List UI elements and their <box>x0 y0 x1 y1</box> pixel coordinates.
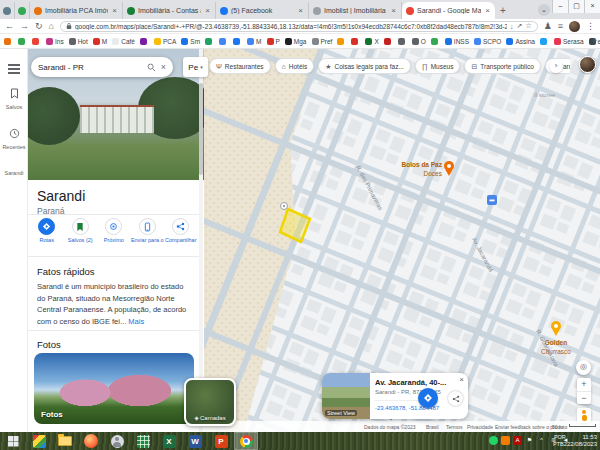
bookmark-item[interactable] <box>4 38 13 45</box>
bookmark-item[interactable] <box>18 38 27 45</box>
bookmark-item[interactable] <box>205 38 214 45</box>
partial-search-chip[interactable]: Pe▾ <box>183 57 208 77</box>
account-avatar[interactable] <box>579 56 596 73</box>
bookmark-item[interactable] <box>219 38 228 45</box>
download-icon[interactable]: ↓ <box>510 23 514 30</box>
footer-link-termos[interactable]: Termos <box>446 424 462 430</box>
pinned-tab-2[interactable] <box>15 2 30 19</box>
rail-item-sarandi[interactable]: Sarandi <box>0 169 28 176</box>
flag-tray-icon[interactable]: ⚑ <box>525 436 534 445</box>
tray-app-icon[interactable] <box>501 436 510 445</box>
search-icon[interactable] <box>147 63 156 72</box>
chip-transporte[interactable]: ⊟Transporte público <box>464 58 540 74</box>
home-icon[interactable]: ⌂ <box>49 22 54 31</box>
back-icon[interactable]: ← <box>5 22 14 31</box>
poi-label-store[interactable]: Il storee <box>534 92 556 98</box>
whatsapp-tray-icon[interactable] <box>489 436 498 445</box>
chip-restaurantes[interactable]: ΨRestaurantes <box>209 58 271 74</box>
bookmark-item[interactable]: P <box>267 38 280 45</box>
tab-close-icon[interactable]: × <box>111 6 118 15</box>
my-location-button[interactable]: ◎ <box>576 360 591 375</box>
rail-item-recents[interactable]: Recentes <box>0 125 28 150</box>
card-directions-button[interactable] <box>418 388 438 408</box>
acrobat-tray-icon[interactable]: A <box>513 436 522 445</box>
nearby-button[interactable]: Próximo <box>97 218 131 243</box>
street-view-thumbnail[interactable]: Street View <box>322 373 370 419</box>
close-button[interactable]: × <box>584 0 600 13</box>
bookmark-item[interactable]: Pref <box>312 38 333 45</box>
taskbar-firefox[interactable] <box>78 432 104 450</box>
taskbar-powerpoint[interactable]: P <box>208 432 234 450</box>
extensions-icon[interactable]: ♟ <box>544 22 552 31</box>
bookmark-star-icon[interactable]: ☆ <box>525 22 531 30</box>
search-box[interactable]: Sarandi - PR × <box>31 57 173 77</box>
start-button[interactable] <box>0 432 26 450</box>
bookmark-item[interactable] <box>351 38 360 45</box>
poi-label-bolos-2[interactable]: Doces <box>424 170 443 177</box>
transit-icon[interactable] <box>487 195 497 205</box>
clear-search-icon[interactable]: × <box>161 63 166 72</box>
share-button[interactable]: Compartilhar <box>164 218 198 243</box>
tab-facebook[interactable]: (5) Facebook× <box>216 2 309 19</box>
menu-kebab-icon[interactable]: ⋮ <box>586 22 595 31</box>
maximize-button[interactable]: ▢ <box>568 0 584 13</box>
bookmark-item[interactable] <box>384 38 393 45</box>
address-bar[interactable]: google.com.br/maps/place/Sarandi+-+PR/@-… <box>60 21 538 32</box>
bookmark-item[interactable]: PCA <box>154 38 176 45</box>
bookmark-item[interactable]: Mga <box>285 38 307 45</box>
saved-button[interactable]: Salvos (2) <box>64 218 98 243</box>
tab-search-chevron-icon[interactable]: ⌄ <box>538 4 550 16</box>
taskbar-photos-app[interactable] <box>26 432 52 450</box>
bookmark-item[interactable]: X <box>365 38 378 45</box>
directions-button[interactable]: Rotas <box>30 218 64 243</box>
bookmark-item[interactable]: Serasa <box>554 38 584 45</box>
bookmark-item[interactable]: M <box>247 38 261 45</box>
bookmark-item[interactable]: Café <box>112 38 135 45</box>
share-icon[interactable]: ↗ <box>517 22 523 30</box>
bookmark-item[interactable] <box>398 38 407 45</box>
zoom-in-button[interactable]: + <box>577 378 591 391</box>
new-tab-button[interactable]: + <box>495 3 511 19</box>
taskbar-calculator[interactable] <box>130 432 156 450</box>
bookmark-item[interactable] <box>233 38 242 45</box>
bookmark-item[interactable]: O <box>412 38 426 45</box>
language-indicator[interactable]: PORPTB2 <box>553 434 567 448</box>
tab-imobiliaria-pca[interactable]: Imobiliária PCA Imóveis× <box>30 2 123 19</box>
chip-hoteis[interactable]: ⌂Hotéis <box>275 58 315 74</box>
poi-label-bolos-1[interactable]: Bolos da Paz <box>402 161 443 168</box>
taskbar-chrome-active[interactable] <box>234 432 258 450</box>
photos-card[interactable]: Fotos <box>34 353 194 424</box>
bookmark-item[interactable]: SCPO <box>474 38 501 45</box>
forward-icon[interactable]: → <box>20 22 29 31</box>
card-share-button[interactable] <box>448 391 463 406</box>
taskbar-contacts-app[interactable] <box>104 432 130 450</box>
tab-close-icon[interactable]: × <box>204 6 211 15</box>
menu-hamburger-icon[interactable] <box>8 64 20 76</box>
profile-avatar[interactable] <box>569 21 580 32</box>
bookmark-item[interactable] <box>140 38 149 45</box>
taskbar-file-explorer[interactable] <box>52 432 78 450</box>
pinned-tab-1[interactable] <box>0 2 15 19</box>
bookmark-item[interactable]: Hot <box>69 38 88 45</box>
rail-item-saved[interactable]: Salvos <box>0 85 28 110</box>
chips-more-icon[interactable]: › <box>549 59 563 73</box>
footer-link-privacidade[interactable]: Privacidade <box>467 424 493 430</box>
bookmark-item[interactable] <box>540 38 549 45</box>
bookmark-item[interactable]: Ins <box>46 38 64 45</box>
reload-icon[interactable]: ↻ <box>35 22 43 31</box>
footer-link-brasil[interactable]: Brasil <box>426 424 439 430</box>
side-panel-icon[interactable]: ≡ <box>558 22 563 31</box>
bookmark-item[interactable] <box>337 38 346 45</box>
tab-imoblist[interactable]: Imoblist | Imobiliária PCA Imóv× <box>309 2 402 19</box>
taskbar-clock[interactable]: 11:5322/08/2023 <box>567 434 597 448</box>
taskbar-word[interactable]: W <box>182 432 208 450</box>
bookmark-item[interactable]: Assina <box>506 38 535 45</box>
chip-museus[interactable]: ∏Museus <box>415 58 461 74</box>
bookmark-item[interactable]: INSS <box>445 38 469 45</box>
search-input[interactable]: Sarandi - PR <box>38 63 142 72</box>
bookmarks-overflow-icon[interactable]: » <box>593 36 597 45</box>
send-to-phone-button[interactable]: Enviar para o <box>131 218 165 243</box>
more-link[interactable]: Mais <box>128 317 144 326</box>
bookmark-item[interactable] <box>431 38 440 45</box>
bookmark-item[interactable] <box>32 38 41 45</box>
